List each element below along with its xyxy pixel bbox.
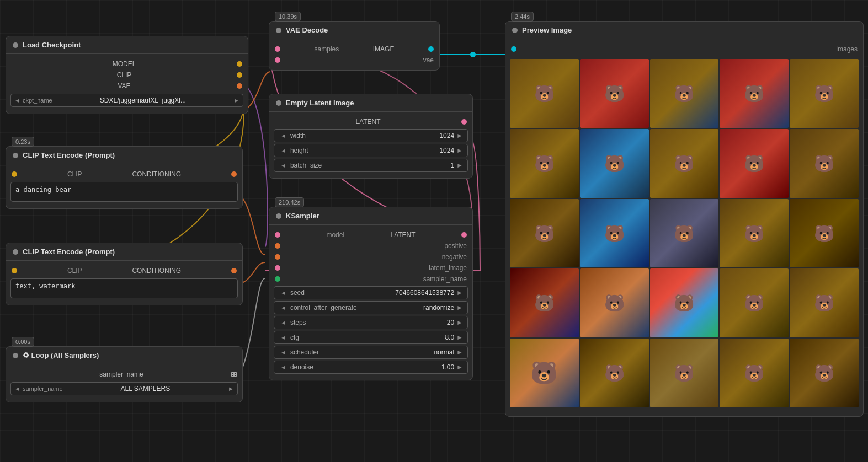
ksampler-timer: 210.42s [275,197,304,207]
clip-encode-positive-node: 0.23s CLIP Text Encode (Prompt) CLIP CON… [6,146,243,209]
height-slider[interactable]: ◄ height 1024 ► [274,144,468,157]
images-input-port[interactable] [511,46,516,52]
denoise-slider[interactable]: ◄ denoise 1.00 ► [274,361,468,374]
cfg-slider[interactable]: ◄ cfg 8.0 ► [274,331,468,344]
ksampler-sampler-row: sampler_name [269,273,472,284]
loop-body: sampler_name ◄ sampler_name ALL SAMPLERS… [6,364,242,402]
control-after-slider[interactable]: ◄ control_after_generate randomize ► [274,301,468,314]
scheduler-left-arrow[interactable]: ◄ [279,349,288,356]
sampler-right-arrow[interactable]: ► [228,385,234,392]
empty-latent-body: LATENT ◄ width 1024 ► ◄ height 1024 ► ◄ [269,112,472,178]
ksampler-latent-output-port[interactable] [461,232,467,238]
width-right-arrow[interactable]: ► [456,132,463,139]
width-left-arrow[interactable]: ◄ [279,132,288,139]
height-value: 1024 [374,147,455,154]
control-after-row: ◄ control_after_generate randomize ► [274,302,467,314]
ksampler-model-input-port[interactable] [275,232,280,238]
ckpt-name-dropdown[interactable]: ◄ ckpt_name SDXL/juggernautXL_juggXl... … [10,94,243,107]
latent-output-port[interactable] [461,119,467,125]
ksampler-positive-port[interactable] [275,243,280,249]
preview-cell-10: 🐻 [790,129,859,198]
sampler-name-label: sampler_name [23,385,63,392]
steps-left-arrow[interactable]: ◄ [279,319,288,326]
seed-row: ◄ seed 7046608641538772 ► [274,287,467,299]
height-left-arrow[interactable]: ◄ [279,147,288,154]
sampler-left-arrow[interactable]: ◄ [14,385,20,392]
ksampler-latent-input-port[interactable] [275,265,280,271]
preview-cell-18: 🐻 [650,268,719,337]
control-right-arrow[interactable]: ► [456,304,463,311]
model-label: MODEL [113,60,136,68]
ksampler-node: 210.42s KSampler model LATENT positive n… [269,207,473,380]
vae-decode-node: 10.39s VAE Decode samples IMAGE vae [269,21,440,71]
preview-header: Preview Image [505,22,863,39]
preview-status-dot [512,28,518,33]
vae-input-port[interactable] [275,57,280,63]
preview-cell-6: 🐻 [510,129,579,198]
load-checkpoint-header: Load Checkpoint [6,36,248,54]
clip-neg-status-dot [13,249,18,255]
ksampler-sampler-port[interactable] [275,276,280,282]
scheduler-right-arrow[interactable]: ► [456,348,463,356]
model-output-port[interactable] [237,61,242,67]
cfg-row: ◄ cfg 8.0 ► [274,331,467,343]
load-checkpoint-title: Load Checkpoint [23,41,81,49]
samples-input-port[interactable] [275,46,280,52]
denoise-right-arrow[interactable]: ► [456,363,463,371]
height-right-arrow[interactable]: ► [456,147,463,154]
clip-neg-input-label: CLIP [67,267,82,275]
batch-size-slider[interactable]: ◄ batch_size 1 ► [274,159,468,172]
ksampler-negative-label: negative [442,253,467,261]
batch-size-value: 1 [374,162,455,169]
ksampler-negative-port[interactable] [275,254,280,260]
preview-image-node: 2.44s Preview Image images 🐻 🐻 🐻 🐻 🐻 🐻 🐻… [505,21,864,417]
sampler-name-output-port[interactable] [231,372,237,377]
clip-neg-input-row: CLIP CONDITIONING [6,265,242,276]
cfg-left-arrow[interactable]: ◄ [279,334,288,341]
clip-pos-input-label: CLIP [67,170,82,178]
control-left-arrow[interactable]: ◄ [279,304,288,311]
clip-output-port[interactable] [237,72,242,78]
control-after-value: randomize [374,304,455,311]
seed-slider[interactable]: ◄ seed 7046608641538772 ► [274,286,468,299]
scheduler-slider[interactable]: ◄ scheduler normal ► [274,346,468,359]
clip-pos-input-port[interactable] [12,171,17,177]
conditioning-neg-output-port[interactable] [231,268,237,273]
loop-timer: 0.00s [12,337,34,347]
batch-size-label: batch_size [290,162,371,169]
seed-right-arrow[interactable]: ► [456,289,463,297]
ksampler-model-label: model [326,231,344,239]
seed-left-arrow[interactable]: ◄ [279,289,288,296]
images-input-row: images [505,44,863,55]
steps-slider[interactable]: ◄ steps 20 ► [274,316,468,329]
denoise-row: ◄ denoise 1.00 ► [274,361,467,373]
ckpt-left-arrow[interactable]: ◄ [14,97,20,104]
empty-latent-status-dot [276,100,281,106]
clip-positive-title: CLIP Text Encode (Prompt) [23,151,115,159]
clip-neg-input-port[interactable] [12,268,17,273]
preview-cell-8: 🐻 [650,129,719,198]
steps-right-arrow[interactable]: ► [456,319,463,326]
ckpt-right-arrow[interactable]: ► [233,97,239,104]
sampler-name-dropdown[interactable]: ◄ sampler_name ALL SAMPLERS ► [10,382,238,395]
width-slider[interactable]: ◄ width 1024 ► [274,129,468,142]
positive-prompt-input[interactable]: a dancing bear [10,182,238,202]
batch-right-arrow[interactable]: ► [456,162,463,169]
height-row: ◄ height 1024 ► [274,144,467,157]
preview-cell-13: 🐻 [650,199,719,268]
cfg-value: 8.0 [374,334,455,341]
vae-output-port[interactable] [237,83,242,89]
latent-output-row: LATENT [269,116,472,127]
conditioning-pos-output-port[interactable] [231,171,237,177]
image-output-port[interactable] [428,46,434,52]
batch-left-arrow[interactable]: ◄ [279,162,288,169]
negative-prompt-input[interactable]: text, watermark [10,278,238,298]
preview-cell-20: 🐻 [790,268,859,337]
vae-output-row: VAE [6,80,248,92]
preview-cell-4: 🐻 [720,59,789,128]
denoise-left-arrow[interactable]: ◄ [279,364,288,370]
scheduler-value: normal [374,348,455,356]
empty-latent-node: Empty Latent Image LATENT ◄ width 1024 ►… [269,94,473,179]
cfg-right-arrow[interactable]: ► [456,334,463,341]
cfg-label: cfg [290,334,371,341]
